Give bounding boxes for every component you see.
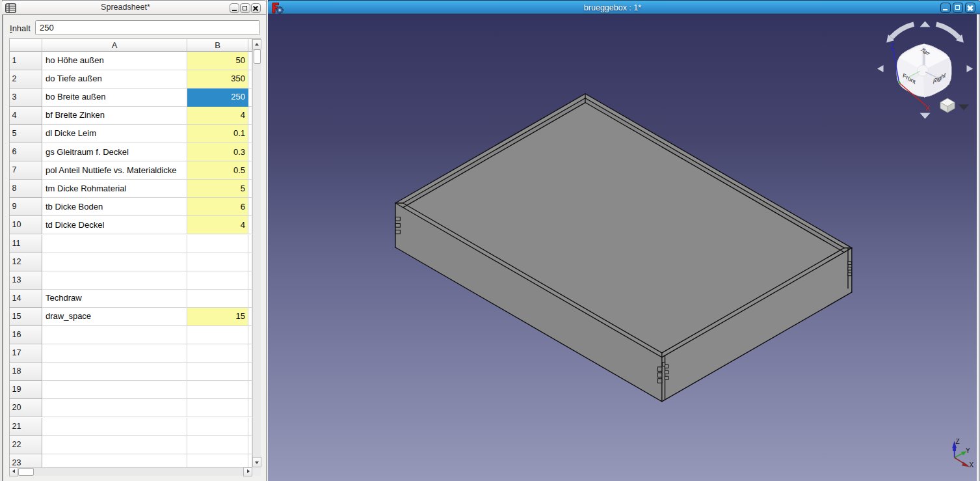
svg-text:Z: Z [890, 42, 895, 50]
svg-text:Y: Y [966, 447, 970, 454]
svg-text:X: X [925, 104, 931, 112]
svg-text:Z: Z [956, 438, 960, 445]
svg-text:X: X [970, 461, 974, 469]
